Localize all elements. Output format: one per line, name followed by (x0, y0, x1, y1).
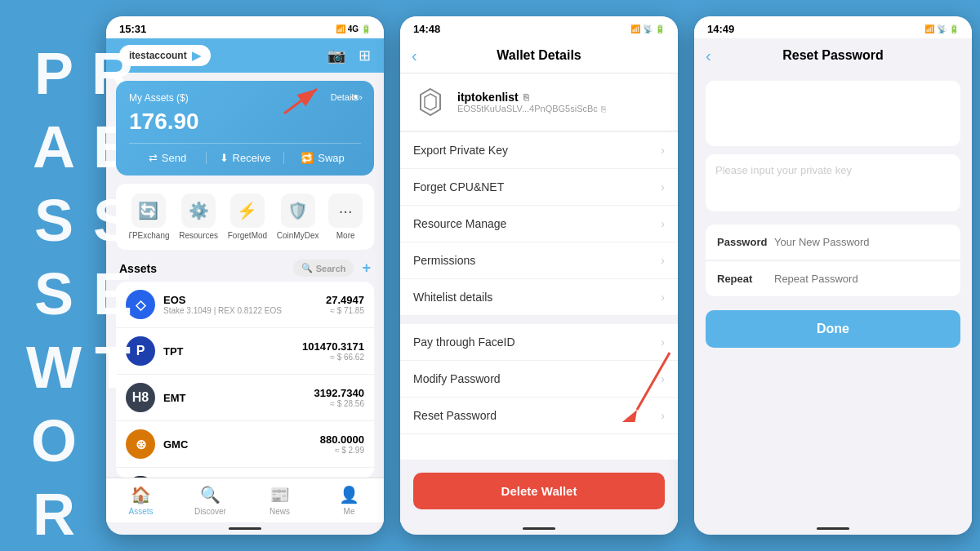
phone3-reset-password: 14:49 📶 📡 🔋 ‹ Reset Password Please inpu… (694, 16, 972, 535)
time-3: 14:49 (707, 23, 734, 35)
menu-resource-manage[interactable]: Resource Manage › (400, 206, 678, 242)
password-input[interactable] (774, 236, 949, 248)
done-button[interactable]: Done (706, 310, 960, 348)
token-item-tpt[interactable]: P TPT 101470.3171 ≈ $ 66.62 (116, 328, 374, 375)
quick-action-resources[interactable]: ⚙️ Resources (179, 193, 218, 240)
phone2-wallet-details: 14:48 📶 📡 🔋 ‹ Wallet Details (400, 16, 678, 535)
scan-icon[interactable]: ⊞ (359, 47, 371, 64)
phone1-header: itestaccount ▶ 📷 ⊞ (106, 38, 384, 73)
reset-password-header: ‹ Reset Password (694, 38, 972, 73)
nav-news[interactable]: 📰 News (245, 485, 314, 516)
resources-icon: ⚙️ (181, 193, 216, 228)
wallet-name: itptokenlist ⎘ (457, 91, 606, 104)
eos-amounts: 27.4947 ≈ $ 71.85 (326, 294, 364, 315)
quick-actions: 🔄 TPExchang ⚙️ Resources ⚡ ForgetMod 🛡️ … (116, 184, 374, 250)
status-icons-2: 📶 📡 🔋 (630, 24, 665, 33)
header-icons: 📷 ⊞ (327, 47, 371, 64)
status-bar-2: 14:48 📶 📡 🔋 (400, 16, 678, 38)
wallet-info: itptokenlist ⎘ EOS5tKuUaSLV...4PnQBG5siS… (400, 73, 678, 131)
add-token-button[interactable]: + (362, 260, 371, 277)
gmc-amounts: 880.0000 ≈ $ 2.99 (320, 433, 364, 455)
bottom-nav: 🏠 Assets 🔍 Discover 📰 News 👤 Me (106, 478, 384, 522)
menu-export-private-key[interactable]: Export Private Key › (400, 131, 678, 169)
status-icons-1: 📶 4G 🔋 (336, 24, 371, 33)
quick-action-coinmydex[interactable]: 🛡️ CoinMyDex (277, 193, 319, 240)
swap-button[interactable]: 🔁 Swap (283, 152, 361, 164)
camera-icon[interactable]: 📷 (327, 47, 345, 64)
time-2: 14:48 (413, 23, 440, 35)
password-row: Password (706, 224, 960, 260)
send-button[interactable]: ⇄ Send (129, 152, 206, 164)
receive-icon: ⬇ (220, 152, 229, 164)
details-chevron: › (359, 92, 363, 102)
token-item-eos[interactable]: ◇ EOS Stake 3.1049 | REX 0.8122 EOS 27.4… (116, 282, 374, 328)
section-divider (400, 316, 678, 324)
repeat-input[interactable] (774, 273, 949, 285)
me-nav-icon: 👤 (339, 485, 359, 504)
password-label: Password (717, 236, 774, 248)
chevron-icon-3: › (661, 254, 665, 267)
assets-card: My Assets ($) 👁 Details › 176.90 ⇄ Send … (116, 81, 374, 176)
copy-name-icon[interactable]: ⎘ (523, 92, 529, 102)
private-key-input[interactable] (706, 81, 960, 146)
details-button[interactable]: Details › (331, 92, 363, 102)
assets-label: My Assets ($) (129, 92, 189, 104)
quick-action-more[interactable]: ··· More (328, 193, 363, 240)
nav-discover[interactable]: 🔍 Discover (176, 485, 245, 516)
signal-icon: 📶 (336, 24, 345, 33)
back-button-3[interactable]: ‹ (706, 47, 711, 65)
coinmydex-icon: 🛡️ (281, 193, 315, 228)
delete-wallet-button[interactable]: Delete Wallet (413, 473, 665, 509)
wallet-details-info: itptokenlist ⎘ EOS5tKuUaSLV...4PnQBG5siS… (457, 91, 606, 113)
receive-button[interactable]: ⬇ Receive (206, 152, 283, 164)
phone1-assets: 15:31 📶 4G 🔋 itestaccount ▶ 📷 ⊞ My Asset… (106, 16, 384, 535)
back-button-2[interactable]: ‹ (412, 47, 417, 65)
chevron-icon-4: › (661, 291, 665, 304)
network-badge: 4G (348, 24, 359, 33)
chevron-icon-2: › (661, 217, 665, 230)
menu-reset-password[interactable]: Reset Password › (400, 398, 678, 434)
emt-info: EMT (163, 392, 314, 404)
assets-header: Assets 🔍 Search + (106, 250, 384, 282)
discover-nav-icon: 🔍 (200, 485, 220, 504)
emt-amounts: 3192.7340 ≈ $ 28.56 (314, 387, 364, 408)
card-actions: ⇄ Send ⬇ Receive 🔁 Swap (129, 143, 361, 164)
svg-line-1 (284, 89, 317, 113)
account-arrow-icon: ▶ (192, 49, 201, 62)
menu-whitelist-details[interactable]: Whitelist details › (400, 279, 678, 316)
status-icons-3: 📶 📡 🔋 (924, 24, 959, 33)
private-key-placeholder: Please input your private key (715, 164, 852, 176)
reset-password-title: Reset Password (782, 48, 884, 63)
repeat-label: Repeat (717, 273, 774, 285)
home-indicator-2 (523, 527, 555, 530)
more-icon: ··· (328, 193, 363, 228)
repeat-row: Repeat (706, 261, 960, 296)
forgetmod-icon: ⚡ (230, 193, 265, 228)
wallet-address: EOS5tKuUaSLV...4PnQBG5siScBc ⎘ (457, 104, 606, 113)
battery-icon-3: 🔋 (949, 24, 959, 33)
token-item-emt[interactable]: H8 EMT 3192.7340 ≈ $ 28.56 (116, 375, 374, 421)
copy-addr-icon[interactable]: ⎘ (601, 104, 606, 113)
delete-btn-container: Delete Wallet (400, 460, 678, 522)
token-item-gmc[interactable]: ⊛ GMC 880.0000 ≈ $ 2.99 (116, 421, 374, 468)
search-icon: 🔍 (301, 263, 313, 273)
gmc-info: GMC (163, 438, 320, 451)
search-box[interactable]: 🔍 Search (293, 260, 354, 277)
tpt-info: TPT (163, 345, 302, 358)
wallet-details-title: Wallet Details (497, 48, 581, 63)
svg-marker-3 (425, 94, 436, 110)
chevron-icon-5: › (661, 335, 665, 349)
token-item-bbt[interactable]: ● BBT 1430.5216 ≈ $ 2.66 (116, 468, 374, 478)
tpt-amounts: 101470.3171 ≈ $ 66.62 (302, 340, 364, 362)
news-nav-icon: 📰 (270, 485, 290, 504)
red-arrow-annotation-2 (621, 349, 678, 422)
menu-permissions[interactable]: Permissions › (400, 242, 678, 279)
wallet-details-header: ‹ Wallet Details (400, 38, 678, 73)
quick-action-forgetmod[interactable]: ⚡ ForgetMod (228, 193, 267, 240)
menu-forget-cpu-net[interactable]: Forget CPU&NET › (400, 169, 678, 206)
menu-list: Export Private Key › Forget CPU&NET › Re… (400, 131, 678, 460)
eos-info: EOS Stake 3.1049 | REX 0.8122 EOS (163, 294, 326, 315)
signal-icon-3: 📶 (924, 24, 934, 33)
nav-me[interactable]: 👤 Me (314, 485, 384, 516)
spacer (694, 211, 972, 224)
